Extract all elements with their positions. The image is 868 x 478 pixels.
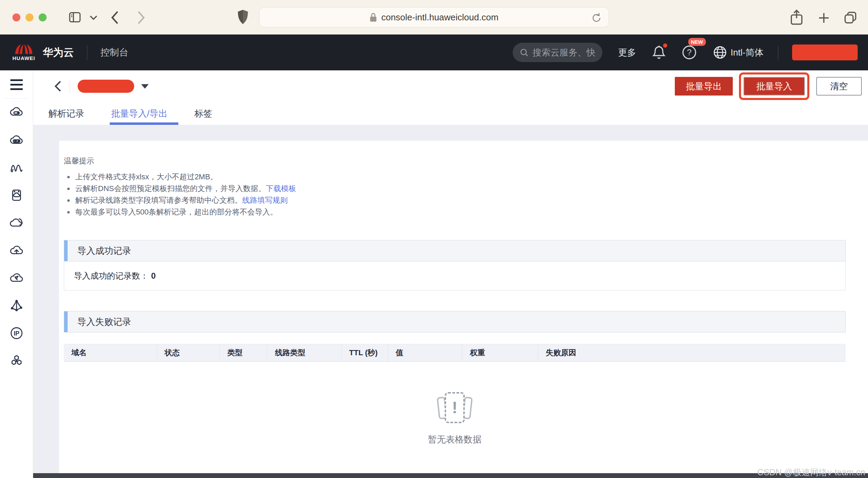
page-toolbar: 批量导出 批量导入 清空 [33, 70, 868, 102]
column-header-line-type[interactable]: 线路类型 [267, 344, 342, 361]
account-name-redacted[interactable] [792, 44, 858, 60]
huawei-logo[interactable]: HUAWEI [12, 44, 35, 61]
domain-name-redacted [78, 80, 134, 93]
close-window-button[interactable] [12, 13, 20, 21]
cloud-database-icon[interactable] [9, 132, 24, 148]
search-icon [520, 47, 529, 58]
browser-chrome: console-intl.huaweicloud.com [0, 0, 868, 34]
cloud-server-icon[interactable] [9, 105, 24, 120]
reload-icon[interactable] [591, 12, 602, 25]
tip-item: 上传文件格式支持xlsx，大小不超过2MB。 [64, 171, 846, 183]
console-label[interactable]: 控制台 [100, 46, 128, 59]
ip-icon[interactable]: IP [9, 326, 24, 341]
empty-state-text: 暂无表格数据 [428, 434, 482, 446]
tab-tags[interactable]: 标签 [194, 102, 213, 125]
column-header-ttl[interactable]: TTL (秒) [342, 344, 388, 361]
zoom-window-button[interactable] [39, 13, 47, 21]
tips-list: 上传文件格式支持xlsx，大小不超过2MB。 云解析DNS会按照预定模板扫描您的… [64, 171, 846, 218]
cloud-upload-icon[interactable] [9, 243, 24, 258]
bottom-strip [33, 473, 868, 478]
success-count-value: 0 [151, 271, 156, 281]
no-data-icon: ! [436, 391, 474, 426]
service-sidebar: IP [0, 70, 33, 478]
lock-icon [369, 12, 377, 22]
cloud-search-input[interactable]: 搜索云服务、快 [513, 43, 602, 62]
content-card: 温馨提示 上传文件格式支持xlsx，大小不超过2MB。 云解析DNS会按照预定模… [59, 141, 868, 473]
column-header-type[interactable]: 类型 [220, 344, 267, 361]
tip-item: 解析记录线路类型字段填写请参考帮助中心文档。线路填写规则 [64, 195, 846, 206]
new-tab-icon[interactable] [817, 11, 831, 25]
bullet-icon [67, 211, 70, 213]
help-button[interactable]: ? NEW [682, 45, 697, 60]
tips-title: 温馨提示 [64, 156, 846, 166]
chevron-down-icon[interactable] [89, 14, 98, 21]
batch-import-button[interactable]: 批量导入 [743, 77, 805, 96]
cloud-icon[interactable] [9, 215, 24, 230]
window-controls[interactable] [12, 13, 47, 21]
tip-item: 每次最多可以导入500条解析记录，超出的部分将不会导入。 [64, 206, 846, 218]
download-template-link[interactable]: 下载模板 [266, 184, 296, 193]
success-count-label: 导入成功的记录数： [74, 270, 148, 281]
globe-icon [713, 45, 727, 60]
bullet-icon [67, 199, 70, 202]
search-placeholder: 搜索云服务、快 [533, 47, 595, 59]
bullet-icon [67, 176, 70, 178]
wave-icon[interactable] [9, 160, 24, 175]
line-rules-link[interactable]: 线路填写规则 [242, 196, 288, 205]
column-header-domain[interactable]: 域名 [64, 344, 157, 361]
domain-dropdown-icon[interactable] [141, 84, 149, 89]
back-icon[interactable] [110, 10, 120, 25]
section-accent-bar [64, 240, 68, 261]
device-cloud-icon[interactable] [9, 188, 24, 203]
section-accent-bar [64, 311, 68, 332]
forward-icon[interactable] [136, 10, 146, 25]
clear-button[interactable]: 清空 [816, 77, 862, 96]
sidebar-toggle-icon[interactable] [68, 10, 82, 24]
tab-bar: 解析记录 批量导入/导出 标签 [33, 102, 868, 125]
bullet-icon [67, 188, 70, 190]
svg-text:?: ? [687, 48, 691, 57]
header-divider [778, 46, 778, 59]
menu-icon[interactable] [10, 79, 23, 90]
sidebar-divider [4, 98, 29, 99]
watermark-text: CSDN @极速网络v-team.cn [757, 467, 865, 478]
import-success-section-header: 导入成功记录 [64, 240, 846, 261]
svg-text:IP: IP [13, 330, 19, 337]
hexagon-cluster-icon[interactable] [9, 353, 24, 368]
more-menu[interactable]: 更多 [618, 47, 636, 59]
import-success-title: 导入成功记录 [68, 240, 131, 261]
notifications-button[interactable] [652, 45, 666, 60]
address-bar[interactable]: console-intl.huaweicloud.com [259, 7, 609, 27]
network-pyramid-icon[interactable] [9, 298, 24, 313]
column-header-weight[interactable]: 权重 [462, 344, 538, 361]
tab-resolution-records[interactable]: 解析记录 [48, 102, 85, 125]
locale-switcher[interactable]: Intl-简体 [713, 45, 763, 60]
share-icon[interactable] [789, 9, 804, 26]
app-header: HUAWEI 华为云 控制台 搜索云服务、快 更多 ? NEW Intl-简体 [0, 34, 868, 70]
notification-dot [663, 43, 667, 48]
header-divider [87, 45, 87, 60]
huawei-logo-text: HUAWEI [12, 55, 35, 61]
url-text: console-intl.huaweicloud.com [381, 12, 499, 23]
import-success-body: 导入成功的记录数： 0 [64, 261, 846, 290]
column-header-status[interactable]: 状态 [157, 344, 220, 361]
failed-records-table-header: 域名 状态 类型 线路类型 TTL (秒) 值 权重 失败原因 [64, 344, 846, 362]
toolbar-divider [70, 79, 70, 93]
column-header-value[interactable]: 值 [388, 344, 462, 361]
column-header-failure-reason[interactable]: 失败原因 [538, 344, 846, 361]
back-button[interactable] [53, 80, 62, 92]
tab-overview-icon[interactable] [842, 10, 858, 26]
huawei-flower-icon [14, 44, 33, 55]
import-failed-title: 导入失败记录 [68, 311, 131, 332]
locale-label: Intl-简体 [731, 47, 763, 59]
cloud-pointer-icon[interactable] [9, 270, 24, 286]
tip-item: 云解析DNS会按照预定模板扫描您的文件，并导入数据。下载模板 [64, 183, 846, 195]
tab-batch-import-export[interactable]: 批量导入/导出 [110, 102, 168, 125]
batch-export-button[interactable]: 批量导出 [675, 77, 733, 96]
workspace: 温馨提示 上传文件格式支持xlsx，大小不超过2MB。 云解析DNS会按照预定模… [33, 125, 868, 478]
privacy-shield-icon[interactable] [237, 8, 249, 26]
annotation-highlight: 批量导入 [739, 72, 809, 100]
minimize-window-button[interactable] [26, 13, 33, 21]
brand-name[interactable]: 华为云 [43, 46, 74, 60]
help-icon: ? [682, 45, 697, 60]
